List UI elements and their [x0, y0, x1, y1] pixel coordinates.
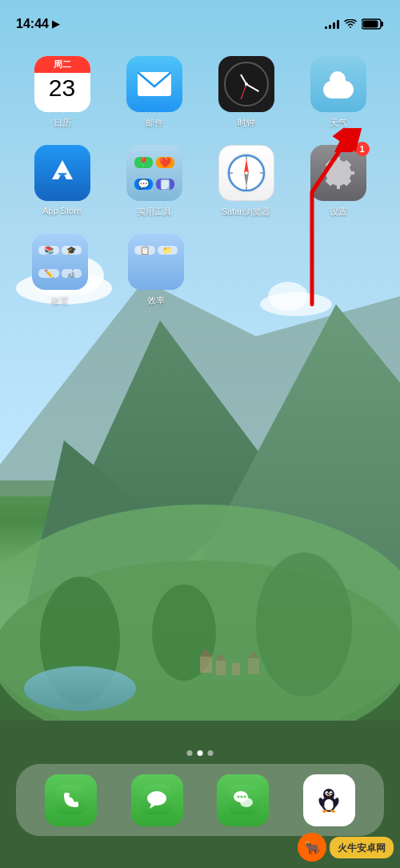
app-clock[interactable]: 时钟 — [210, 56, 282, 129]
eff-mini-2: 📁 — [158, 246, 178, 255]
mail-icon — [126, 56, 182, 112]
page-dots — [187, 750, 214, 756]
education-icon-wrapper: 📚 🎓 ✏️ 🔬 — [32, 234, 88, 290]
efficiency-icon-wrapper: 📋 📁 — [128, 234, 184, 290]
page-dot-2 — [198, 750, 203, 756]
weather-cloud — [323, 81, 354, 98]
safari-label: Safari浏览器 — [222, 206, 271, 218]
clock-label: 时钟 — [238, 117, 255, 129]
appstore-svg — [45, 155, 80, 191]
svg-point-56 — [330, 793, 332, 794]
watermark: 🐂 火牛安卓网 — [298, 833, 394, 862]
edu-mini-1: 📚 — [38, 246, 59, 255]
svg-point-47 — [240, 798, 253, 807]
svg-point-17 — [24, 666, 136, 711]
app-row-1: 周二 23 日历 邮件 — [16, 56, 384, 129]
app-education[interactable]: 📚 🎓 ✏️ 🔬 教育 — [24, 234, 96, 307]
wechat-dock-icon — [217, 774, 269, 826]
dock-app-wechat[interactable] — [217, 774, 269, 826]
calendar-date: 23 — [49, 76, 75, 100]
app-weather[interactable]: 天气 — [302, 56, 374, 129]
settings-label: 设置 — [330, 206, 347, 218]
wechat-svg — [228, 785, 258, 815]
app-utility[interactable]: 📍 ❤️ 💬 🗒️ 实用工具 — [118, 145, 190, 218]
signal-icon — [325, 19, 339, 29]
efficiency-icon: 📋 📁 — [128, 234, 184, 290]
watermark-text: 火牛安卓网 — [338, 842, 386, 854]
svg-point-55 — [326, 793, 328, 794]
svg-rect-28 — [363, 21, 378, 28]
settings-svg — [319, 154, 358, 192]
edu-mini-3: ✏️ — [38, 269, 59, 278]
weather-icon-wrapper — [310, 56, 366, 112]
status-time-area: 14:44 ▶ — [16, 17, 59, 31]
dock-app-phone[interactable] — [45, 774, 97, 826]
appstore-icon — [34, 145, 90, 201]
appstore-icon-wrapper — [34, 145, 90, 201]
app-safari[interactable]: Safari浏览器 — [210, 145, 282, 218]
safari-icon — [218, 145, 274, 201]
location-icon: ▶ — [52, 18, 59, 30]
dock-app-qq[interactable] — [303, 774, 355, 826]
page-dot-1 — [187, 750, 193, 756]
messages-svg — [142, 785, 172, 815]
settings-icon-wrapper: 1 — [310, 145, 366, 201]
phone-dock-icon — [45, 774, 97, 826]
calendar-label: 日历 — [54, 117, 71, 129]
clock-icon — [218, 56, 274, 112]
mail-icon-wrapper — [126, 56, 182, 112]
app-appstore[interactable]: App Store — [26, 145, 98, 218]
utility-mini-4: 🗒️ — [156, 179, 174, 190]
clock-face — [224, 62, 269, 106]
app-grid: 周二 23 日历 邮件 — [0, 48, 400, 331]
qq-dock-icon — [303, 774, 355, 826]
svg-rect-27 — [381, 22, 383, 26]
education-icon: 📚 🎓 ✏️ 🔬 — [32, 234, 88, 290]
app-calendar[interactable]: 周二 23 日历 — [26, 56, 98, 129]
svg-point-59 — [324, 799, 334, 810]
mail-svg — [138, 72, 171, 96]
app-settings[interactable]: 1 设置 — [302, 145, 374, 218]
svg-point-49 — [240, 796, 242, 798]
status-bar: 14:44 ▶ — [0, 0, 400, 40]
watermark-text-bg: 火牛安卓网 — [330, 837, 394, 858]
dock-app-messages[interactable] — [131, 774, 183, 826]
watermark-logo: 🐂 — [298, 833, 326, 862]
clock-center-dot — [245, 82, 248, 86]
utility-icon-wrapper: 📍 ❤️ 💬 🗒️ — [126, 145, 182, 201]
education-label: 教育 — [51, 295, 69, 307]
efficiency-label: 效率 — [147, 295, 165, 307]
svg-rect-23 — [248, 658, 259, 674]
app-row-2: App Store 📍 ❤️ 💬 🗒️ 实用工具 — [16, 145, 384, 218]
app-row-3: 📚 🎓 ✏️ 🔬 教育 📋 📁 效率 — [16, 234, 384, 307]
utility-mini-1: 📍 — [134, 157, 153, 168]
edu-mini-2: 🎓 — [62, 246, 82, 255]
appstore-label: App Store — [42, 206, 82, 215]
svg-point-50 — [243, 796, 246, 798]
weather-label: 天气 — [330, 117, 347, 129]
time-display: 14:44 — [16, 17, 49, 31]
dock — [16, 764, 384, 836]
svg-rect-18 — [200, 657, 212, 673]
app-mail[interactable]: 邮件 — [118, 56, 190, 129]
calendar-icon: 周二 23 — [34, 56, 90, 112]
mail-label: 邮件 — [146, 117, 163, 129]
eff-mini-1: 📋 — [134, 246, 155, 255]
svg-rect-20 — [216, 661, 226, 675]
svg-rect-22 — [232, 663, 240, 675]
svg-rect-30 — [58, 173, 66, 175]
app-efficiency[interactable]: 📋 📁 效率 — [120, 234, 192, 307]
wifi-icon — [344, 19, 357, 29]
phone-svg — [56, 785, 86, 815]
settings-badge: 1 — [355, 142, 370, 156]
utility-icon: 📍 ❤️ 💬 🗒️ — [126, 145, 182, 201]
clock-icon-wrapper — [218, 56, 274, 112]
status-right-icons — [325, 18, 384, 30]
weather-graphic — [323, 70, 354, 98]
calendar-icon-wrapper: 周二 23 — [34, 56, 90, 112]
svg-point-48 — [237, 796, 239, 798]
battery-icon — [362, 18, 384, 30]
utility-label: 实用工具 — [137, 206, 172, 218]
svg-point-15 — [256, 553, 352, 697]
weather-icon — [310, 56, 366, 112]
